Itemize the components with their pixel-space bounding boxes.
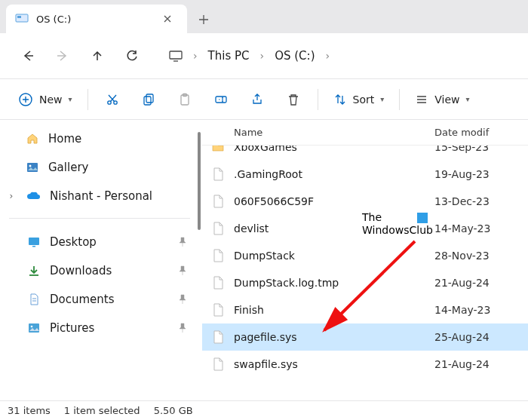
- file-row[interactable]: XboxGames 15-Sep-23: [202, 146, 528, 161]
- svg-point-16: [31, 326, 33, 328]
- file-pane: ˄ Name Date modif XboxGames 15-Sep-23 .G…: [202, 120, 528, 400]
- new-tab-button[interactable]: [190, 6, 217, 33]
- share-icon: [250, 93, 264, 106]
- rename-icon: [214, 93, 228, 106]
- chevron-right-icon: ›: [324, 50, 332, 62]
- sidebar-item-nishant-personal[interactable]: Nishant - Personal: [18, 182, 195, 210]
- file-date: 14-May-23: [428, 304, 528, 316]
- watermark: The WindowsClub: [362, 211, 433, 237]
- onedrive-icon: [26, 191, 41, 201]
- chevron-right-icon: ›: [259, 50, 266, 62]
- drive-icon: [15, 12, 29, 26]
- view-button[interactable]: View ▾: [407, 84, 477, 115]
- refresh-button[interactable]: [118, 41, 146, 70]
- breadcrumb: › This PC › OS (C:) ›: [164, 41, 331, 70]
- column-header-date[interactable]: Date modif: [428, 127, 528, 138]
- sidebar-item-documents[interactable]: Documents: [5, 285, 195, 314]
- file-row[interactable]: pagefile.sys 25-Aug-24: [202, 323, 528, 351]
- sidebar-item-label: Pictures: [50, 321, 94, 335]
- tab-close-button[interactable]: [157, 8, 178, 29]
- watermark-line2: WindowsClub: [362, 224, 433, 237]
- chevron-down-icon: ▾: [69, 95, 72, 103]
- up-button[interactable]: [83, 41, 112, 70]
- sidebar-divider: [9, 218, 190, 219]
- separator: [318, 89, 318, 110]
- file-row[interactable]: swapfile.sys 21-Aug-24: [202, 351, 528, 378]
- separator: [87, 89, 88, 110]
- watermark-line1: The: [362, 211, 382, 223]
- file-row[interactable]: .GamingRoot 19-Aug-23: [202, 161, 528, 188]
- view-list-icon: [415, 93, 428, 106]
- tab-os-c[interactable]: OS (C:): [6, 5, 187, 33]
- rename-button[interactable]: [204, 84, 238, 115]
- breadcrumb-this-pc[interactable]: This PC: [204, 46, 254, 66]
- share-button[interactable]: [241, 84, 274, 115]
- sort-button[interactable]: Sort ▾: [326, 84, 392, 115]
- pc-icon[interactable]: [164, 41, 187, 70]
- toolbar: New ▾ Sort ▾: [0, 79, 528, 120]
- nav-bar: › This PC › OS (C:) ›: [0, 33, 528, 78]
- pin-icon: [178, 294, 187, 305]
- paste-button[interactable]: [168, 84, 201, 115]
- chevron-right-icon[interactable]: ›: [5, 191, 18, 201]
- file-row[interactable]: DumpStack 28-Nov-23: [202, 242, 528, 269]
- new-button[interactable]: New ▾: [11, 84, 80, 115]
- forward-button[interactable]: [48, 41, 77, 70]
- pin-icon: [178, 265, 187, 276]
- sidebar-item-label: Home: [48, 132, 81, 146]
- sidebar-item-label: Downloads: [50, 264, 112, 277]
- pin-icon: [178, 323, 187, 333]
- back-button[interactable]: [14, 41, 42, 70]
- sidebar-item-label: Desktop: [50, 235, 97, 249]
- file-name: Finish: [234, 304, 428, 316]
- file-date: 14-May-23: [428, 222, 528, 235]
- documents-icon: [27, 293, 41, 306]
- status-bar: 31 items 1 item selected 5.50 GB: [0, 400, 528, 420]
- status-size: 5.50 GB: [154, 405, 193, 416]
- scissors-icon: [106, 93, 119, 106]
- file-name: 060F5066C59F: [234, 195, 428, 207]
- file-date: 28-Nov-23: [428, 250, 528, 262]
- sidebar-item-label: Gallery: [48, 161, 88, 174]
- folder-icon: [202, 146, 234, 154]
- trash-icon: [287, 93, 300, 106]
- file-icon: [202, 303, 234, 317]
- view-button-label: View: [434, 94, 459, 106]
- sidebar-item-downloads[interactable]: Downloads: [5, 256, 195, 285]
- file-icon: [202, 222, 234, 235]
- pin-icon: [178, 237, 187, 247]
- file-icon: [202, 357, 234, 371]
- svg-rect-6: [144, 97, 151, 105]
- file-name: swapfile.sys: [234, 358, 428, 370]
- file-row[interactable]: DumpStack.log.tmp 21-Aug-24: [202, 269, 528, 296]
- file-list: XboxGames 15-Sep-23 .GamingRoot 19-Aug-2…: [202, 146, 528, 400]
- column-header-name[interactable]: Name: [202, 127, 428, 138]
- sidebar-scrollbar[interactable]: [196, 120, 202, 400]
- copy-button[interactable]: [132, 84, 165, 115]
- status-item-count: 31 items: [8, 405, 51, 416]
- sort-icon: [333, 93, 347, 106]
- tab-bar: OS (C:): [0, 0, 528, 33]
- desktop-icon: [27, 235, 41, 249]
- cut-button[interactable]: [96, 84, 129, 115]
- file-date: 15-Sep-23: [428, 146, 528, 153]
- file-icon: [202, 276, 234, 290]
- breadcrumb-os-c[interactable]: OS (C:): [270, 46, 319, 66]
- paste-icon: [178, 93, 192, 106]
- sidebar-item-pictures[interactable]: Pictures: [5, 314, 195, 342]
- chevron-down-icon: ▾: [466, 95, 470, 103]
- file-date: 25-Aug-24: [428, 331, 528, 343]
- file-name: .GamingRoot: [234, 168, 428, 180]
- file-icon: [202, 167, 234, 181]
- sidebar-item-home[interactable]: Home: [18, 124, 195, 153]
- sidebar-item-gallery[interactable]: Gallery: [18, 153, 195, 182]
- sidebar-item-desktop[interactable]: Desktop: [5, 228, 195, 256]
- svg-rect-13: [29, 238, 39, 245]
- gallery-icon: [26, 161, 39, 174]
- sidebar-item-label: Documents: [50, 293, 115, 306]
- svg-rect-15: [29, 323, 39, 333]
- file-date: 21-Aug-24: [428, 277, 528, 289]
- file-name: XboxGames: [234, 146, 428, 153]
- delete-button[interactable]: [277, 84, 310, 115]
- file-row[interactable]: Finish 14-May-23: [202, 296, 528, 323]
